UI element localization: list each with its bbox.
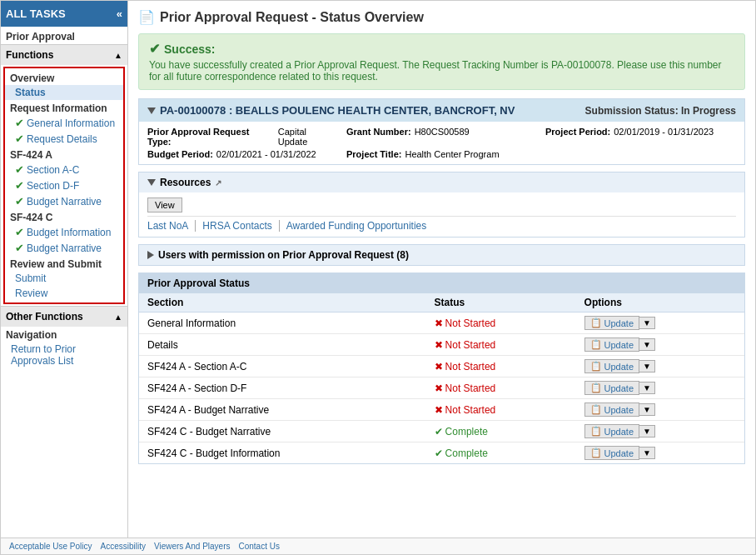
- status-text: Not Started: [445, 382, 496, 394]
- sidebar-item-budget-narrative-424c[interactable]: ✔ Budget Narrative: [5, 240, 123, 256]
- resources-label: Resources: [160, 177, 211, 188]
- view-button[interactable]: View: [147, 198, 182, 212]
- collapse-icon[interactable]: «: [117, 8, 122, 20]
- update-dropdown-2[interactable]: ▼: [639, 360, 655, 372]
- update-dropdown-1[interactable]: ▼: [639, 338, 655, 351]
- row-section-1: Details: [139, 334, 426, 356]
- sidebar-item-review[interactable]: Review: [5, 286, 123, 301]
- update-button-1[interactable]: 📋Update: [584, 338, 639, 352]
- update-dropdown-0[interactable]: ▼: [639, 317, 655, 329]
- request-info-label: Request Information: [5, 100, 123, 115]
- update-button-5[interactable]: 📋Update: [584, 424, 639, 438]
- request-details-panel: Prior Approval Request Type: Capital Upd…: [139, 122, 744, 164]
- footer-acceptable-use[interactable]: Acceptable Use Policy: [9, 542, 92, 551]
- resources-toggle-icon: [147, 179, 156, 186]
- edit-icon: 📋: [590, 318, 602, 328]
- update-button-6[interactable]: 📋Update: [584, 446, 639, 460]
- complete-icon: ✔: [435, 448, 443, 459]
- request-panel: PA-00100078 : BEALLS POULENC HEALTH CENT…: [138, 98, 745, 165]
- row-status-1: ✖Not Started: [426, 334, 576, 356]
- other-functions-collapse-icon: ▲: [114, 312, 122, 322]
- last-noa-link[interactable]: Last NoA: [147, 220, 195, 232]
- footer-viewers-players[interactable]: Viewers And Players: [154, 542, 231, 551]
- table-row: SF424 C - Budget Information✔Complete📋Up…: [139, 442, 744, 464]
- return-to-prior-label: Return to Prior Approvals List: [11, 343, 122, 367]
- grant-number-detail: Grant Number: H80CS00589: [346, 127, 537, 147]
- request-panel-title: PA-00100078 : BEALLS POULENC HEALTH CENT…: [147, 104, 515, 117]
- sidebar-item-submit[interactable]: Submit: [5, 271, 123, 286]
- users-panel: Users with permission on Prior Approval …: [138, 244, 745, 266]
- table-row: SF424 C - Budget Narrative✔Complete📋Upda…: [139, 421, 744, 442]
- footer-accessibility[interactable]: Accessibility: [101, 542, 146, 551]
- table-row: SF424 A - Section A-C✖Not Started📋Update…: [139, 356, 744, 378]
- update-dropdown-5[interactable]: ▼: [639, 425, 655, 438]
- update-button-0[interactable]: 📋Update: [584, 316, 639, 330]
- success-box: ✔ Success: You have successfully created…: [138, 33, 745, 90]
- navigation-label: Navigation: [1, 327, 127, 342]
- edit-icon: 📋: [590, 339, 602, 350]
- row-section-0: General Information: [139, 312, 426, 334]
- budget-narrative-424a-check-icon: ✔: [15, 195, 24, 208]
- sidebar-item-section-ac[interactable]: ✔ Section A-C: [5, 162, 123, 178]
- row-options-4: 📋Update▼: [576, 399, 744, 421]
- success-title: ✔ Success:: [149, 41, 734, 57]
- resources-header[interactable]: Resources ↗: [139, 172, 744, 192]
- sidebar: ALL TASKS « Prior Approval Functions ▲ O…: [1, 1, 128, 538]
- request-details-label: Request Details: [27, 133, 97, 145]
- update-button-3[interactable]: 📋Update: [584, 381, 639, 395]
- row-section-6: SF424 C - Budget Information: [139, 442, 426, 464]
- sidebar-item-section-df[interactable]: ✔ Section D-F: [5, 178, 123, 193]
- request-details-grid: Prior Approval Request Type: Capital Upd…: [147, 127, 736, 159]
- sidebar-item-return-to-prior[interactable]: Return to Prior Approvals List: [1, 342, 127, 368]
- sidebar-item-general-info[interactable]: ✔ General Information: [5, 115, 123, 131]
- awarded-funding-link[interactable]: Awarded Funding Opportunities: [279, 220, 434, 232]
- row-options-1: 📋Update▼: [576, 334, 744, 356]
- prior-approval-label: Prior Approval: [1, 27, 127, 44]
- general-info-check-icon: ✔: [15, 117, 24, 129]
- row-status-6: ✔Complete: [426, 442, 576, 464]
- sidebar-item-budget-narrative-424a[interactable]: ✔ Budget Narrative: [5, 193, 123, 209]
- section-df-label: Section D-F: [27, 180, 79, 192]
- project-title-detail: Project Title: Health Center Program: [346, 149, 537, 159]
- update-dropdown-3[interactable]: ▼: [639, 382, 655, 394]
- request-panel-header[interactable]: PA-00100078 : BEALLS POULENC HEALTH CENT…: [139, 99, 744, 122]
- page-title-icon: 📄: [138, 9, 155, 25]
- row-status-0: ✖Not Started: [426, 312, 576, 334]
- update-button-4[interactable]: 📋Update: [584, 402, 639, 417]
- resources-body: View Last NoA HRSA Contacts Awarded Fund…: [139, 192, 744, 237]
- update-button-2[interactable]: 📋Update: [584, 359, 639, 373]
- success-check-icon: ✔: [149, 41, 160, 57]
- row-status-3: ✖Not Started: [426, 378, 576, 399]
- hrsa-contacts-link[interactable]: HRSA Contacts: [195, 220, 278, 232]
- project-period-detail: Project Period: 02/01/2019 - 01/31/2023: [545, 127, 736, 147]
- update-dropdown-6[interactable]: ▼: [639, 447, 655, 459]
- sidebar-item-status[interactable]: Status: [5, 85, 123, 100]
- status-text: Not Started: [445, 339, 496, 351]
- status-text: Complete: [445, 426, 488, 438]
- update-dropdown-4[interactable]: ▼: [639, 403, 655, 416]
- page-title-bar: 📄 Prior Approval Request - Status Overvi…: [138, 9, 745, 25]
- other-functions-header[interactable]: Other Functions ▲: [1, 306, 127, 327]
- resources-section: Resources ↗ View Last NoA HRSA Contacts …: [138, 172, 745, 238]
- sidebar-item-budget-info[interactable]: ✔ Budget Information: [5, 224, 123, 240]
- status-table: Section Status Options General Informati…: [139, 293, 744, 463]
- submit-label: Submit: [15, 272, 46, 284]
- edit-icon: 📋: [590, 448, 602, 458]
- sidebar-item-request-details[interactable]: ✔ Request Details: [5, 131, 123, 147]
- users-panel-header[interactable]: Users with permission on Prior Approval …: [139, 245, 744, 265]
- external-link-icon: ↗: [215, 178, 221, 188]
- row-options-6: 📋Update▼: [576, 442, 744, 464]
- footer-contact-us[interactable]: Contact Us: [239, 542, 280, 551]
- budget-narrative-424a-label: Budget Narrative: [27, 196, 102, 208]
- functions-section-header[interactable]: Functions ▲: [1, 44, 127, 65]
- request-type-detail: Prior Approval Request Type: Capital Upd…: [147, 127, 338, 147]
- users-panel-label: Users with permission on Prior Approval …: [158, 249, 409, 261]
- row-options-2: 📋Update▼: [576, 356, 744, 378]
- row-status-2: ✖Not Started: [426, 356, 576, 378]
- section-df-check-icon: ✔: [15, 179, 24, 192]
- sidebar-header[interactable]: ALL TASKS «: [1, 1, 127, 27]
- not-started-icon: ✖: [435, 339, 443, 351]
- edit-icon: 📋: [590, 361, 602, 372]
- footer: Acceptable Use Policy Accessibility View…: [1, 538, 755, 554]
- budget-narrative-424c-check-icon: ✔: [15, 242, 24, 254]
